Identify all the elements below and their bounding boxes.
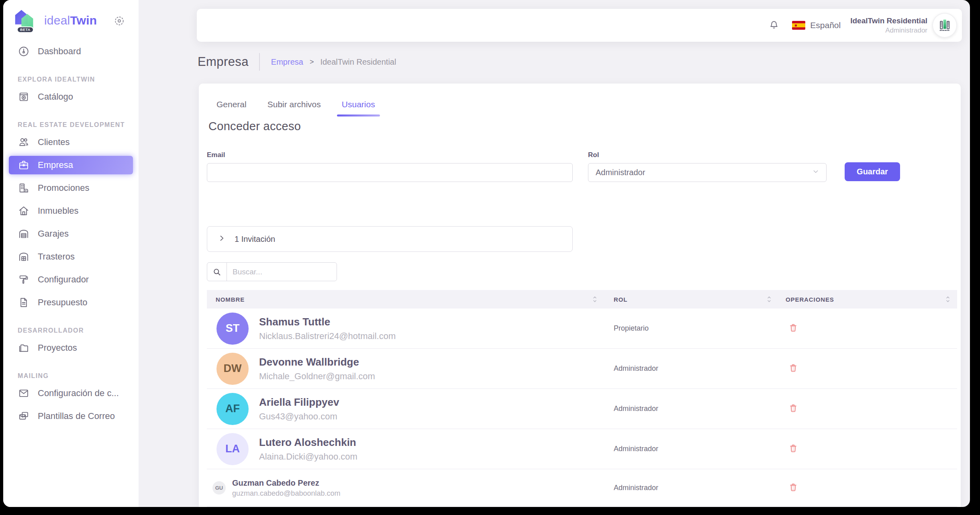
invitations-accordion[interactable]: 1 Invitación [207,226,573,252]
trash-icon [788,363,798,373]
search-group [207,262,337,281]
table-row: LA Lutero Aloshechkin Alaina.Dicki@yahoo… [207,429,957,469]
account-name: IdealTwin Residential [850,16,927,25]
mail-icon [18,387,30,399]
user-name: Guzman Cabedo Perez [232,478,340,488]
breadcrumb-link-empresa[interactable]: Empresa [271,57,303,67]
divider [259,53,260,71]
user-cell: DW Devonne Wallbridge Michale_Goldner@gm… [207,353,614,385]
sidebar-item-configurador[interactable]: Configurador [3,270,133,289]
email-label: Email [207,151,573,159]
sort-icon[interactable] [766,295,772,303]
tab-usuarios[interactable]: Usuarios [342,100,375,116]
brand-houses-icon: BETA [12,7,39,34]
trash-icon [788,323,798,333]
breadcrumb-separator: > [310,58,314,66]
search-icon[interactable] [207,263,227,281]
table-header: NOMBRE ROL OPERACIONES [207,290,957,309]
grant-access-heading: Conceder acceso [208,120,301,133]
company-logo-icon [936,16,953,34]
sidebar-item-catalogo[interactable]: Catálogo [3,88,133,106]
garage-icon [18,228,30,240]
account-role: Administrador [850,27,927,35]
sidebar-item-promociones[interactable]: Promociones [3,179,133,197]
breadcrumb-current: IdealTwin Residential [320,57,396,67]
content-card: General Subir archivos Usuarios Conceder… [199,84,961,507]
rol-select-value: Administrador [596,168,645,177]
sidebar-item-clientes[interactable]: Clientes [3,133,133,151]
user-email: Gus43@yahoo.com [259,411,339,422]
sort-icon[interactable] [945,295,951,303]
column-header-rol[interactable]: ROL [614,290,786,309]
avatar: LA [216,433,249,465]
sidebar-item-dashboard[interactable]: Dashboard [3,42,133,61]
email-field-group: Email [207,151,573,182]
brand-logo[interactable]: BETA idealTwin [12,7,97,34]
sidebar-settings-icon[interactable] [114,15,125,28]
avatar: ST [216,313,249,345]
avatar: AF [216,393,249,425]
delete-user-button[interactable] [788,323,798,333]
company-avatar[interactable] [933,14,956,37]
delete-user-button[interactable] [788,482,798,493]
sidebar-section-mailing: MAILING [3,372,133,380]
rol-field-group: Rol Administrador [588,151,827,182]
email-input[interactable] [207,163,573,182]
tab-subir-archivos[interactable]: Subir archivos [267,100,321,116]
document-icon [18,296,30,309]
search-input[interactable] [227,263,337,281]
sidebar-item-inmuebles[interactable]: Inmuebles [3,202,133,220]
user-role: Administrador [614,445,786,453]
sidebar-item-presupuesto[interactable]: Presupuesto [3,293,133,312]
sidebar-item-configuracion-correo[interactable]: Configuración de c... [3,384,133,403]
column-header-operaciones[interactable]: OPERACIONES [786,290,957,309]
storage-icon [18,251,30,263]
user-cell: ST Shamus Tuttle Nicklaus.Balistreri24@h… [207,313,614,345]
user-cell: LA Lutero Aloshechkin Alaina.Dicki@yahoo… [207,433,614,465]
language-label: Español [810,20,841,30]
gauge-icon [18,45,30,57]
trash-icon [788,482,798,493]
language-switcher[interactable]: Español [792,20,841,30]
delete-user-button[interactable] [788,403,798,413]
sidebar-menu: Dashboard EXPLORA IDEALTWIN Catálogo REA… [3,38,139,425]
user-name: Shamus Tuttle [259,316,396,328]
brand-name: idealTwin [44,14,97,27]
user-role: Propietario [614,324,786,333]
notifications-bell-icon[interactable] [768,18,780,32]
user-email: guzman.cabedo@baboonlab.com [232,489,340,498]
column-header-nombre[interactable]: NOMBRE [207,290,614,309]
rol-select[interactable]: Administrador [588,163,827,182]
user-role: Administrador [614,484,786,492]
user-email: Michale_Goldner@gmail.com [259,371,375,382]
sort-icon[interactable] [592,295,598,303]
user-cell: GU Guzman Cabedo Perez guzman.cabedo@bab… [207,478,614,498]
user-email: Alaina.Dicki@yahoo.com [259,452,357,462]
users-table: NOMBRE ROL OPERACIONES ST Shamus Tuttl [207,290,957,507]
sidebar-item-trasteros[interactable]: Trasteros [3,247,133,266]
mail-templates-icon [18,410,30,422]
sidebar-item-garajes[interactable]: Garajes [3,225,133,243]
sidebar-item-proyectos[interactable]: Proyectos [3,339,133,357]
sidebar-section-red: REAL ESTATE DEVELOPMENT [3,121,133,129]
user-cell: AF Ariella Filippyev Gus43@yahoo.com [207,393,614,425]
delete-user-button[interactable] [788,443,798,454]
sidebar-section-explora: EXPLORA IDEALTWIN [3,76,133,83]
sidebar-item-plantillas-correo[interactable]: Plantillas de Correo [3,407,133,425]
tab-general[interactable]: General [216,100,247,116]
sidebar-section-desarrollador: DESARROLLADOR [3,327,133,334]
building-icon [18,182,30,194]
folder-icon [18,342,30,354]
catalog-icon [18,91,30,103]
delete-user-button[interactable] [788,363,798,373]
sidebar-item-empresa[interactable]: Empresa [9,156,133,174]
save-button[interactable]: Guardar [845,162,900,181]
avatar: DW [216,353,249,385]
home-icon [18,205,30,217]
trash-icon [788,403,798,413]
trash-icon [788,443,798,454]
beta-badge: BETA [17,27,34,33]
account-menu[interactable]: IdealTwin Residential Administrador [850,16,927,35]
rol-label: Rol [588,151,827,159]
table-row: ST Shamus Tuttle Nicklaus.Balistreri24@h… [207,309,957,349]
